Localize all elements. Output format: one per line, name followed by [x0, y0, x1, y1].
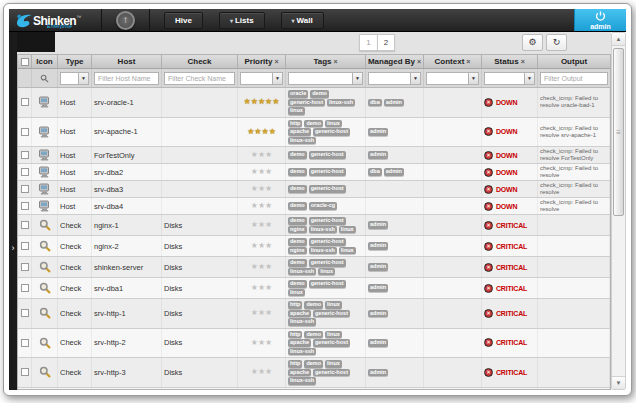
row-checkbox[interactable]: [21, 221, 29, 229]
critical-cross-icon: ✕: [484, 168, 493, 177]
filter-input-output[interactable]: [540, 72, 608, 85]
refresh-icon: ↻: [553, 38, 561, 47]
row-checkbox[interactable]: [21, 185, 29, 193]
nav-button-lists[interactable]: ▾Lists: [219, 12, 265, 29]
row-checkbox[interactable]: [21, 368, 29, 376]
column-header-managed[interactable]: Managed By×: [366, 55, 424, 68]
table-row[interactable]: Checknginx-1Disks★★★demogeneric-hostngin…: [18, 215, 610, 236]
table-row[interactable]: Checksrv-http-3Disks★★★httpdemolinuxapac…: [18, 358, 610, 388]
table-row[interactable]: Hostsrv-dba2★★★demogeneric-hostdbaadmin✕…: [18, 164, 610, 181]
column-header-check[interactable]: Check: [162, 55, 238, 68]
filter-select-tags[interactable]: ▼: [288, 72, 363, 85]
sidebar-toggle[interactable]: ›: [9, 237, 17, 259]
table-row[interactable]: Hostsrv-apache-1★★★★httpdemolinuxapacheg…: [18, 118, 610, 148]
user-menu-button[interactable]: admin: [574, 9, 626, 31]
row-icon-cell: [32, 388, 58, 391]
column-header-type[interactable]: Type: [58, 55, 92, 68]
row-checkbox[interactable]: [21, 242, 29, 250]
table-row[interactable]: HostForTestOnly★★★demogeneric-hostadmin✕…: [18, 147, 610, 164]
table-row[interactable]: Hostsrv-dba3★★★demogeneric-host✕DOWNchec…: [18, 181, 610, 198]
status-cell: ✕CRITICAL: [482, 329, 538, 358]
chevron-down-icon: ▾: [230, 18, 233, 24]
filter-select-managed[interactable]: ▼: [368, 72, 421, 85]
table-row[interactable]: Checksrv-http-1Disks★★★httpdemolinuxapac…: [18, 299, 610, 329]
priority-cell: ★★★★★: [238, 88, 286, 117]
table-row[interactable]: Checknginx-2Disks★★★demogeneric-hostngin…: [18, 236, 610, 257]
column-header-sel[interactable]: [18, 55, 32, 68]
star-icon: ★: [265, 221, 272, 229]
table-row[interactable]: Checksrv-mongo-1Disks★★★mongodbdemogener…: [18, 388, 610, 391]
managed-by-cell: admin: [366, 118, 424, 147]
star-icon: ★: [265, 284, 272, 292]
row-icon-cell: [32, 198, 58, 214]
app-window: Shinken™ Enterprise ↑ Hive▾Lists▾Wall ad…: [3, 3, 632, 396]
column-header-context[interactable]: Context×: [424, 55, 482, 68]
row-checkbox[interactable]: [21, 98, 29, 106]
column-header-icon[interactable]: Icon: [32, 55, 58, 68]
collapsed-sidebar: ›: [9, 32, 17, 390]
critical-cross-icon: ✕: [484, 309, 493, 318]
tag-chip: demo: [288, 185, 307, 193]
settings-button[interactable]: ⚙: [522, 34, 543, 51]
table-row[interactable]: Checkshinken-serverDisks★★★demogeneric-h…: [18, 257, 610, 278]
managed-by-chip: admin: [368, 151, 388, 159]
row-checkbox[interactable]: [21, 128, 29, 136]
nav-button-hive[interactable]: Hive: [164, 12, 203, 29]
filter-input-check[interactable]: [164, 72, 235, 85]
row-checkbox[interactable]: [21, 284, 29, 292]
critical-cross-icon: ✕: [484, 151, 493, 160]
row-checkbox[interactable]: [21, 309, 29, 317]
column-header-tags[interactable]: Tags×: [286, 55, 366, 68]
brand[interactable]: Shinken™ Enterprise: [9, 9, 101, 31]
column-header-priority[interactable]: Priority×: [238, 55, 286, 68]
filter-select-type[interactable]: ▼: [60, 72, 89, 85]
scroll-top-button[interactable]: ↑: [116, 11, 135, 30]
scrollbar-up-button[interactable]: ▲: [612, 33, 625, 46]
star-icon: ★: [258, 185, 265, 193]
table-row[interactable]: Checksrv-dba1Disks★★★demogeneric-hostlin…: [18, 278, 610, 299]
table-row[interactable]: Hostsrv-dba4★★★demooracle-cg✕DOWNcheck_i…: [18, 198, 610, 215]
column-header-status[interactable]: Status×: [482, 55, 538, 68]
row-checkbox[interactable]: [21, 202, 29, 210]
server-icon: [38, 126, 51, 138]
row-checkbox[interactable]: [21, 263, 29, 271]
scrollbar-down-button[interactable]: ▼: [612, 376, 625, 389]
output-text: check_icmp: Failed to resolve: [540, 182, 607, 196]
star-icon: ★: [251, 151, 258, 159]
tags-cell: mongodbdemogeneric-hostlinux-sshlinux: [286, 388, 366, 391]
status-label: CRITICAL: [496, 339, 527, 346]
row-icon-cell: [32, 88, 58, 117]
row-checkbox[interactable]: [21, 151, 29, 159]
output-cell: check_icmp: Failed to resolve oracle-bad…: [538, 88, 610, 117]
row-select-cell: [18, 388, 32, 391]
tag-chip: oracle-cg: [309, 202, 337, 210]
column-header-host[interactable]: Host: [92, 55, 162, 68]
host-cell: shinken-server: [92, 257, 162, 277]
table-row[interactable]: Checksrv-http-2Disks★★★httpdemolinuxapac…: [18, 329, 610, 359]
row-checkbox[interactable]: [21, 168, 29, 176]
status-label: CRITICAL: [496, 222, 527, 229]
filter-select-context[interactable]: ▼: [426, 72, 479, 85]
table-row[interactable]: Hostsrv-oracle-1★★★★★oracledemogeneric-h…: [18, 88, 610, 118]
page-button-2[interactable]: 2: [377, 34, 395, 51]
row-select-cell: [18, 358, 32, 387]
row-icon-cell: [32, 257, 58, 277]
vertical-scrollbar[interactable]: ▲ ≡ ▼: [611, 32, 626, 390]
managed-by-cell: admin: [366, 388, 424, 391]
star-icon: ★: [265, 168, 272, 176]
row-select-cell: [18, 215, 32, 235]
priority-cell: ★★★: [238, 257, 286, 277]
row-checkbox[interactable]: [21, 339, 29, 347]
scrollbar-thumb[interactable]: ≡: [613, 48, 624, 216]
icon-filter-button[interactable]: [40, 69, 49, 87]
status-cell: ✕CRITICAL: [482, 388, 538, 391]
nav-button-wall[interactable]: ▾Wall: [281, 12, 324, 29]
column-header-output[interactable]: Output: [538, 55, 610, 68]
page-button-1[interactable]: 1: [359, 34, 377, 51]
filter-select-priority[interactable]: ▼: [240, 72, 283, 85]
select-all-checkbox[interactable]: [21, 58, 29, 66]
refresh-button[interactable]: ↻: [546, 34, 567, 51]
filter-select-status[interactable]: ▼: [484, 72, 535, 85]
filter-input-host[interactable]: [94, 72, 159, 85]
managed-by-cell: admin: [366, 329, 424, 358]
